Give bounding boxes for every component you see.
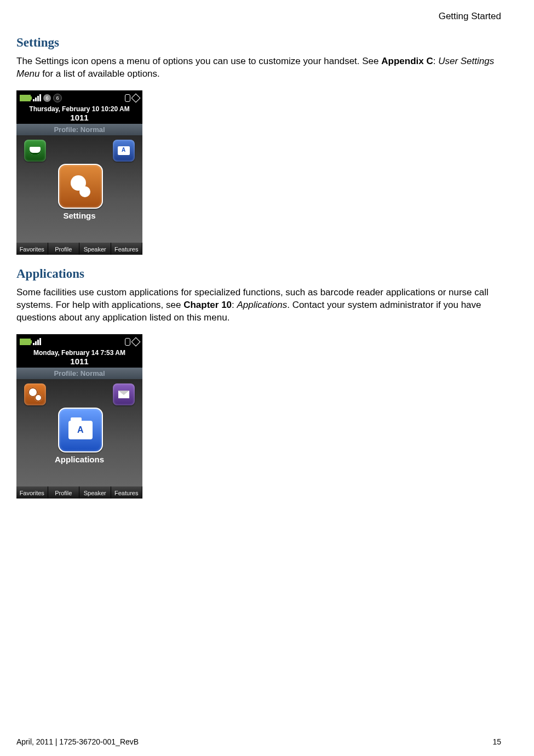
tile-messages[interactable] — [113, 383, 135, 405]
signal-icon — [33, 94, 41, 101]
tile-applications[interactable] — [113, 140, 135, 162]
battery-icon — [20, 339, 31, 345]
tile-label: Settings — [16, 211, 142, 220]
home-carousel[interactable]: Settings — [16, 135, 142, 243]
tile-contacts[interactable] — [24, 140, 46, 162]
footer-left: April, 2011 | 1725-36720-001_RevB — [16, 737, 139, 746]
softkey-bar: Favorites Profile Speaker Features — [16, 486, 142, 499]
para-applications: Some facilities use custom applications … — [16, 287, 501, 324]
status-bar: 6 6 — [16, 90, 142, 104]
softkey-features[interactable]: Features — [111, 486, 143, 499]
mic-icon — [125, 338, 130, 346]
screenshot-settings: 6 6 Thursday, February 10 10:20 AM 1011 … — [16, 90, 142, 255]
page-number: 15 — [492, 737, 501, 746]
profile-text: Profile: Normal — [16, 368, 142, 379]
text: : — [232, 300, 237, 310]
key-icon — [131, 93, 141, 102]
tile-settings-selected[interactable] — [58, 164, 103, 209]
screenshot-applications: Monday, February 14 7:53 AM 1011 Profile… — [16, 334, 142, 499]
softkey-speaker[interactable]: Speaker — [79, 486, 111, 499]
home-carousel[interactable]: Applications — [16, 379, 142, 486]
softkey-bar: Favorites Profile Speaker Features — [16, 243, 142, 255]
tile-settings[interactable] — [24, 383, 46, 405]
envelope-icon — [118, 391, 129, 398]
text: The Settings icon opens a menu of option… — [16, 56, 381, 66]
appendix-ref: Appendix C — [381, 56, 433, 66]
softkey-features[interactable]: Features — [111, 243, 143, 255]
date-text: Monday, February 14 7:53 AM — [16, 348, 142, 357]
softkey-favorites[interactable]: Favorites — [16, 486, 48, 499]
tile-applications-selected[interactable] — [58, 408, 103, 453]
tile-label: Applications — [16, 455, 142, 464]
softkey-profile[interactable]: Profile — [48, 243, 80, 255]
running-header: Getting Started — [16, 11, 501, 22]
gear-icon — [28, 387, 42, 402]
chapter-ref: Chapter 10 — [183, 300, 232, 310]
page-footer: April, 2011 | 1725-36720-001_RevB 15 — [16, 737, 501, 746]
notification-badge: 6 — [43, 94, 51, 102]
extension-text: 1011 — [16, 113, 142, 124]
text: for a list of available options. — [42, 68, 160, 79]
para-settings: The Settings icon opens a menu of option… — [16, 55, 501, 81]
folder-icon — [118, 146, 130, 155]
gear-icon — [68, 174, 93, 198]
key-icon — [131, 337, 141, 346]
notification-badge: 6 — [53, 94, 62, 102]
chapter-title: Applications — [237, 300, 288, 310]
softkey-speaker[interactable]: Speaker — [79, 243, 111, 255]
date-text: Thursday, February 10 10:20 AM — [16, 104, 142, 113]
text: : — [433, 56, 438, 66]
folder-icon — [68, 421, 93, 439]
signal-icon — [33, 338, 41, 345]
softkey-profile[interactable]: Profile — [48, 486, 80, 499]
heading-applications: Applications — [16, 267, 501, 281]
heading-settings: Settings — [16, 36, 501, 50]
extension-text: 1011 — [16, 357, 142, 368]
status-bar — [16, 334, 142, 348]
battery-icon — [20, 95, 31, 101]
mic-icon — [125, 94, 130, 102]
book-icon — [30, 147, 41, 154]
softkey-favorites[interactable]: Favorites — [16, 243, 48, 255]
profile-text: Profile: Normal — [16, 124, 142, 135]
